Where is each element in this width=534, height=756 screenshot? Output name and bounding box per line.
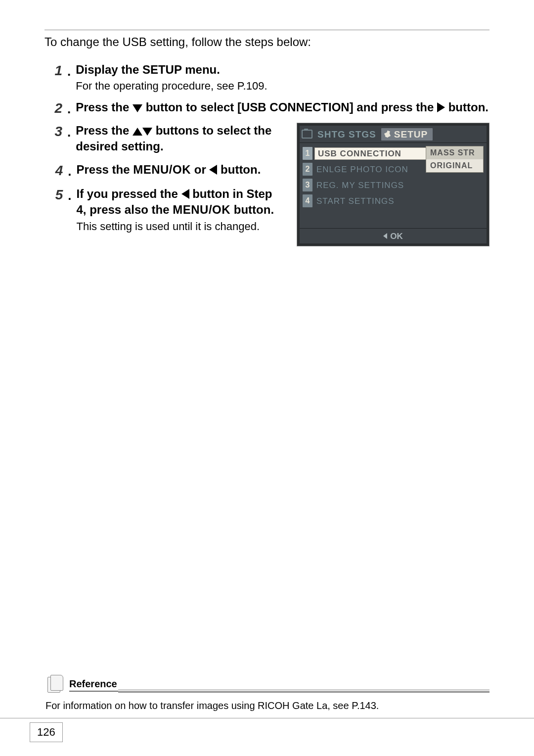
row-index: 2 [303, 163, 312, 176]
row-index: 4 [303, 194, 312, 207]
setup-row-3: 3 REG. MY SETTINGS [303, 178, 484, 192]
step-4-post: button. [221, 163, 261, 176]
camera-setup-screenshot: SHTG STGS SETUP 1 USB CONNECTION [297, 123, 490, 246]
reference-box: Reference For information on how to tran… [44, 675, 490, 711]
left-triangle-icon [209, 165, 217, 175]
step-1-head: Display the SETUP menu. [76, 62, 490, 78]
step-number: 2 [44, 99, 62, 117]
down-triangle-icon [142, 128, 152, 136]
page-footer-rule [0, 718, 534, 718]
row-label: REG. MY SETTINGS [314, 181, 484, 189]
tab-setup-label: SETUP [394, 130, 428, 139]
step-5-head: If you pressed the button in Step 4, pre… [76, 186, 282, 218]
footer-ok: OK [390, 232, 403, 240]
page-number: 126 [30, 722, 63, 742]
setup-row-4: 4 START SETTINGS [303, 193, 484, 208]
dropdown-option-selected: MASS STR [426, 146, 483, 159]
step-4-mid: or [194, 163, 210, 176]
step-4-pre: Press the [76, 163, 133, 176]
document-stack-icon [44, 675, 66, 695]
tab-shooting-settings: SHTG STGS [317, 130, 376, 139]
up-triangle-icon [133, 128, 142, 136]
step-dot: . [67, 99, 71, 117]
step-3-pre: Press the [76, 124, 133, 137]
camera-icon [302, 130, 312, 139]
down-triangle-icon [133, 104, 142, 112]
row-label: START SETTINGS [314, 197, 484, 205]
tab-setup: SETUP [381, 128, 433, 141]
camera-footer: OK [300, 228, 487, 243]
left-arrow-icon [383, 233, 387, 239]
step-dot: . [68, 162, 71, 179]
row-index: 1 [303, 147, 312, 160]
reference-label: Reference [69, 678, 118, 692]
step-3-head: Press the buttons to select the desired … [76, 123, 282, 155]
step-number: 1 [44, 62, 62, 94]
wrench-icon [383, 130, 392, 139]
step-2-mid: button to select [USB CONNECTION] and pr… [146, 100, 437, 114]
step-dot: . [67, 62, 71, 94]
reference-body: For information on how to transfer image… [44, 694, 490, 711]
step-5-post: button. [234, 203, 274, 216]
step-2-head: Press the button to select [USB CONNECTI… [76, 99, 490, 115]
right-triangle-icon [437, 102, 445, 112]
step-number: 4 [45, 162, 63, 179]
step-5-sub: This setting is used until it is changed… [76, 219, 282, 234]
left-triangle-icon [181, 189, 189, 199]
step-2-pre: Press the [76, 100, 133, 114]
step-4-head: Press the MENU/OK or button. [76, 162, 261, 179]
intro-text: To change the USB setting, follow the st… [44, 35, 490, 49]
step-1-sub: For the operating procedure, see P.109. [76, 79, 490, 94]
usb-connection-dropdown: MASS STR ORIGINAL [426, 146, 484, 173]
row-index: 3 [303, 179, 312, 191]
step-number: 5 [45, 186, 63, 234]
dropdown-option: ORIGINAL [426, 159, 483, 172]
step-5-pre: If you pressed the [76, 187, 181, 200]
step-dot: . [68, 186, 71, 234]
menu-ok-label: MENU/OK [173, 203, 230, 216]
menu-ok-label: MENU/OK [133, 163, 191, 176]
step-2-post: button. [448, 100, 489, 114]
row-selected-label: USB CONNECTION [314, 147, 427, 160]
